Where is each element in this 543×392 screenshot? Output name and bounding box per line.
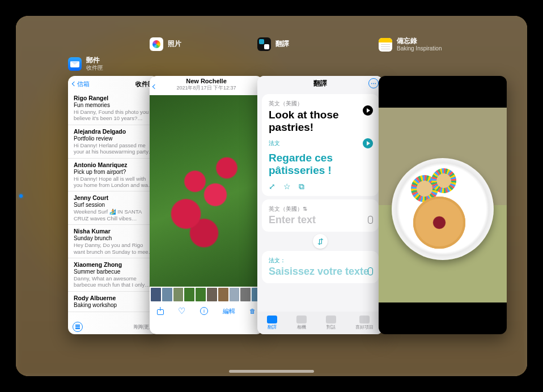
- mail-row[interactable]: Rody AlbuerneBaking workshop: [68, 292, 159, 312]
- input-lang-label[interactable]: 英文（美國）⇅: [269, 205, 372, 213]
- play-source-icon[interactable]: [363, 105, 373, 116]
- mail-row[interactable]: Jenny CourtSurf sessionWeekend Surf 🏄 IN…: [68, 191, 159, 225]
- side-indicator-dot: [19, 194, 23, 198]
- notes-app-icon: [379, 38, 392, 52]
- pastry-plate: [392, 158, 494, 260]
- photo-location: New Rochelle: [150, 76, 263, 84]
- mail-row[interactable]: Rigo RangelFun memoriesHi Danny, Found t…: [68, 92, 159, 125]
- sprinkle-cookie: [431, 168, 456, 193]
- expand-icon[interactable]: ⤢: [269, 182, 275, 191]
- app-switcher-card-mail[interactable]: 郵件 收件匣: [68, 57, 103, 71]
- input-fr-lang-label: 法文：: [269, 257, 372, 265]
- tab-conversation[interactable]: 對話: [326, 316, 336, 330]
- tab-favorites[interactable]: 喜好項目: [355, 316, 374, 330]
- translate-app-icon: [257, 37, 271, 51]
- mail-row[interactable]: Antonio ManriquezPick up from airport?Hi…: [68, 159, 159, 192]
- share-icon[interactable]: [157, 307, 164, 315]
- chevron-left-icon: [152, 84, 157, 89]
- mail-app-subtitle: 收件匣: [86, 65, 103, 71]
- input-fr-placeholder: Saisissez votre texte: [269, 266, 372, 278]
- mic-icon[interactable]: [368, 267, 373, 278]
- jam-cookie: [413, 197, 465, 249]
- photo-thumb[interactable]: [218, 288, 228, 301]
- photo-thumb[interactable]: [240, 288, 251, 301]
- translate-title: 翻譯: [313, 79, 327, 88]
- photo-thumb[interactable]: [173, 288, 184, 301]
- photo-datetime: 2021年8月17日 下午12:37: [150, 84, 263, 92]
- mail-row[interactable]: Nisha KumarSunday brunchHey Danny, Do yo…: [68, 225, 159, 258]
- edit-button[interactable]: 編輯: [223, 307, 235, 316]
- photo-main[interactable]: [150, 95, 263, 287]
- mail-app-icon: [68, 57, 82, 71]
- home-indicator[interactable]: [229, 370, 314, 373]
- mail-back-label: 信箱: [77, 80, 90, 88]
- ipad-screen: 郵件 收件匣 信箱 收件匣 Rigo RangelFun memoriesHi …: [16, 16, 527, 376]
- trash-icon[interactable]: 🗑: [249, 308, 256, 314]
- photo-thumb[interactable]: [196, 288, 206, 301]
- mail-filter-icon[interactable]: [73, 322, 83, 332]
- favorite-icon[interactable]: ☆: [283, 182, 291, 191]
- translate-preview[interactable]: 翻譯 ⋯ 英文（美國） Look at those pastries! 法文 R…: [257, 76, 383, 334]
- photos-app-icon: [150, 37, 163, 51]
- mail-message-list[interactable]: Rigo RangelFun memoriesHi Danny, Found t…: [68, 92, 159, 312]
- translate-tab-bar: 翻譯 相機 對話 喜好項目: [257, 312, 383, 334]
- photos-preview[interactable]: New Rochelle 2021年8月17日 下午12:37 i 編輯 🗑: [150, 76, 263, 334]
- play-target-icon[interactable]: [363, 138, 373, 148]
- photo-thumb[interactable]: [151, 288, 161, 301]
- app-switcher-card-translate[interactable]: 翻譯: [257, 57, 289, 70]
- photo-thumb[interactable]: [207, 288, 217, 301]
- photos-back-button[interactable]: [153, 80, 156, 91]
- photos-app-name: 照片: [168, 40, 181, 48]
- favorite-icon[interactable]: [178, 306, 185, 316]
- translate-input-fr[interactable]: 法文： Saisissez votre texte: [262, 251, 379, 283]
- mail-row[interactable]: Alejandra DelgadoPortfolio reviewHi Dann…: [68, 125, 159, 159]
- source-text: Look at those pastries!: [269, 109, 372, 134]
- ipad-frame: 郵件 收件匣 信箱 收件匣 Rigo RangelFun memoriesHi …: [0, 0, 543, 392]
- input-placeholder: Enter text: [269, 214, 372, 226]
- photo-thumb[interactable]: [184, 288, 194, 301]
- notes-app-name: 備忘錄: [397, 37, 442, 45]
- notes-preview[interactable]: [379, 76, 507, 334]
- photo-thumb[interactable]: [162, 288, 172, 301]
- tab-translate[interactable]: 翻譯: [267, 316, 277, 330]
- mail-app-name: 郵件: [86, 57, 103, 65]
- target-lang-label: 法文: [269, 139, 372, 147]
- status-bar: [16, 16, 527, 23]
- photo-thumb[interactable]: [230, 288, 240, 301]
- translate-app-name: 翻譯: [275, 40, 289, 48]
- mail-preview[interactable]: 信箱 收件匣 Rigo RangelFun memoriesHi Danny, …: [68, 76, 159, 334]
- source-lang-label: 英文（美國）: [269, 100, 372, 108]
- mail-row[interactable]: Xiaomeng ZhongSummer barbecueDanny, What…: [68, 258, 159, 292]
- translate-input-en[interactable]: 英文（美國）⇅ Enter text: [262, 199, 379, 232]
- photo-thumbnail-strip[interactable]: [150, 287, 263, 302]
- notes-image: [379, 108, 507, 302]
- chevron-left-icon: [72, 82, 77, 86]
- translate-result-card: 英文（美國） Look at those pastries! 法文 Regard…: [262, 94, 379, 196]
- target-text: Regarde ces pâtisseries !: [269, 152, 372, 177]
- more-icon[interactable]: ⋯: [368, 78, 379, 88]
- info-icon[interactable]: i: [200, 307, 208, 315]
- app-switcher-card-photos[interactable]: 照片: [150, 57, 181, 70]
- mic-icon[interactable]: [368, 216, 373, 226]
- swap-languages-icon[interactable]: ⇵: [313, 234, 328, 249]
- mail-back-button[interactable]: 信箱: [73, 80, 90, 88]
- tab-camera[interactable]: 相機: [296, 316, 307, 330]
- copy-icon[interactable]: ⧉: [299, 182, 304, 191]
- app-switcher-card-notes[interactable]: 備忘錄 Baking Inspiration: [379, 57, 442, 71]
- notes-app-subtitle: Baking Inspiration: [397, 45, 442, 52]
